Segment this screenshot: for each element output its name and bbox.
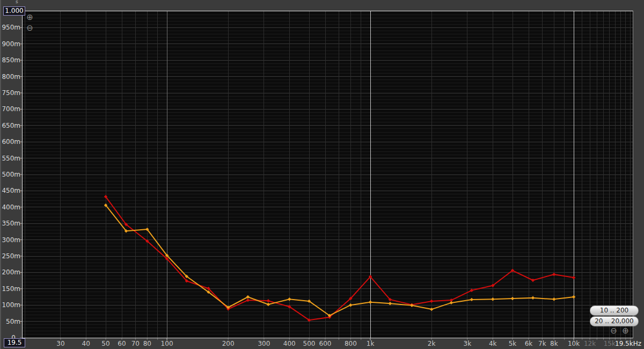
x-tick-label: 1k: [367, 340, 375, 347]
x-tick-label: 60: [118, 340, 126, 347]
range-button-10-200[interactable]: 10 .. 200: [590, 306, 639, 316]
x-tick-label: 19.5kHz: [615, 340, 641, 347]
x-tick-label: 80: [143, 340, 151, 347]
x-tick-label: 50: [101, 340, 109, 347]
audio-analyzer-window: { "header": { "scale_hint": "s" }, "axis…: [0, 0, 644, 349]
x-axis-min-input[interactable]: 19.5: [4, 338, 25, 347]
x-tick-label: 6k: [525, 340, 533, 347]
x-tick-label: 5k: [509, 340, 517, 347]
x-zoom-in-icon[interactable]: ⊕: [621, 327, 630, 335]
x-tick-label: 7k: [538, 340, 546, 347]
x-tick-label: 30: [56, 340, 64, 347]
x-axis-labels: 3040506070801002003004005006008001k2k3k4…: [0, 0, 644, 349]
x-tick-label: 300: [258, 340, 270, 347]
zoom-in-icon[interactable]: ⊕: [26, 13, 34, 21]
x-tick-label: 400: [283, 340, 296, 347]
x-zoom-out-icon[interactable]: ⊖: [610, 327, 618, 335]
x-tick-label: 10k: [568, 340, 580, 347]
x-tick-label: 8k: [550, 340, 558, 347]
x-tick-label: 40: [82, 340, 90, 347]
x-tick-label: 4k: [489, 340, 497, 347]
x-tick-label: 2k: [428, 340, 436, 347]
x-tick-label: 200: [222, 340, 235, 347]
x-tick-label: 800: [345, 340, 357, 347]
y-axis-max-input[interactable]: 1.000: [3, 6, 25, 16]
x-tick-label: 12k: [584, 340, 596, 347]
range-button-20-20000[interactable]: 20 .. 20,000: [590, 316, 639, 326]
x-tick-label: 500: [303, 340, 316, 347]
zoom-out-icon[interactable]: ⊖: [26, 24, 34, 32]
x-tick-label: 70: [131, 340, 140, 347]
x-tick-label: 15k: [604, 340, 616, 347]
y-axis-tickmarks: [20, 11, 22, 338]
x-axis-tickmarks: [23, 338, 633, 341]
x-tick-label: 600: [319, 340, 332, 347]
x-tick-label: 100: [161, 340, 173, 347]
x-tick-label: 3k: [464, 340, 472, 347]
